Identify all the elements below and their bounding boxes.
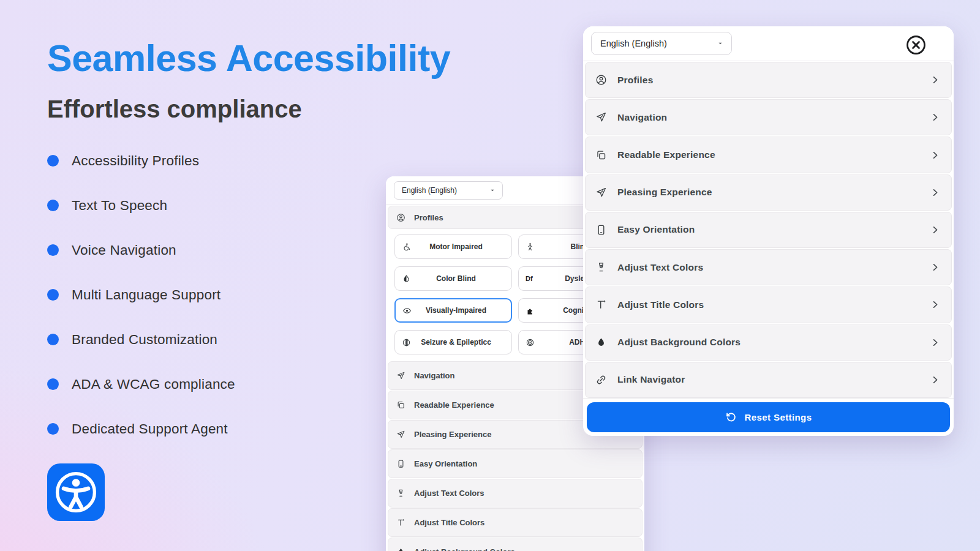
link-icon [595, 374, 607, 386]
menu-item-label: Navigation [617, 112, 667, 123]
menu-item-adjust-title-colors[interactable]: Adjust Title Colors [585, 287, 952, 323]
bullet-icon [47, 378, 59, 390]
profile-seizure-epileptic[interactable]: Seizure & Epilepticc [394, 330, 512, 354]
feature-list: Accessibility Profiles Text To Speech Vo… [47, 153, 235, 466]
chevron-right-icon [930, 150, 940, 160]
menu-item-label: Pleasing Experience [414, 430, 491, 439]
chevron-right-icon [930, 375, 940, 385]
chevron-right-icon [930, 262, 940, 272]
feature-item: Multi Language Support [47, 287, 235, 302]
chevron-right-icon [930, 299, 940, 310]
language-select[interactable]: English (English) [591, 32, 732, 55]
chevron-right-icon [930, 187, 940, 198]
menu-item-label: Adjust Text Colors [414, 489, 484, 498]
menu-item-label: Navigation [414, 371, 454, 380]
language-select-value: English (English) [600, 39, 667, 48]
menu-item-adjust-background-colors[interactable]: Adjust Background Colors [388, 538, 643, 551]
menu-item-adjust-text-colors[interactable]: Adjust Text Colors [585, 249, 952, 285]
menu-item-profiles[interactable]: Profiles [585, 62, 952, 98]
language-select-value: English (English) [402, 186, 457, 195]
menu-item-adjust-text-colors[interactable]: Adjust Text Colors [388, 479, 643, 508]
feature-item: Branded Customization [47, 332, 235, 347]
reset-settings-label: Reset Settings [745, 412, 812, 422]
menu-item-navigation[interactable]: Navigation [585, 99, 952, 135]
feature-item: Accessibility Profiles [47, 153, 235, 168]
language-select[interactable]: English (English) [394, 181, 503, 200]
feature-label: Multi Language Support [72, 287, 221, 303]
accessibility-widget-panel-front: English (English) Profiles Navigation Re… [583, 26, 954, 436]
caret-down-icon [717, 40, 724, 47]
menu-item-label: Adjust Text Colors [617, 262, 703, 273]
cane-person-icon [526, 242, 535, 252]
menu-item-readable-experience[interactable]: Readable Experience [585, 137, 952, 173]
phone-icon [396, 459, 405, 468]
menu-item-adjust-title-colors[interactable]: Adjust Title Colors [388, 508, 643, 537]
bullet-icon [47, 289, 59, 301]
title-t-icon [396, 518, 405, 527]
menu-item-label: Profiles [414, 213, 443, 222]
menu-item-label: Pleasing Experience [617, 187, 712, 198]
profile-color-blind[interactable]: Color Blind [394, 266, 512, 291]
feature-label: Accessibility Profiles [72, 153, 199, 169]
puzzle-icon [526, 306, 535, 315]
reset-settings-button[interactable]: Reset Settings [587, 402, 950, 432]
feature-label: ADA & WCAG compliance [72, 377, 235, 392]
menu-item-label: Readable Experience [617, 149, 715, 160]
feature-item: ADA & WCAG compliance [47, 377, 235, 392]
menu-item-pleasing-experience[interactable]: Pleasing Experience [585, 174, 952, 211]
profile-label: Seizure & Epilepticc [411, 338, 505, 347]
chevron-right-icon [930, 337, 940, 348]
feature-label: Voice Navigation [72, 242, 176, 258]
feature-item: Text To Speech [47, 198, 235, 213]
menu-item-label: Profiles [617, 75, 653, 86]
feature-label: Dedicated Support Agent [72, 421, 228, 437]
chevron-right-icon [930, 225, 940, 235]
copy-icon [396, 400, 405, 410]
widget-front-topbar: English (English) [583, 26, 954, 61]
page-subtitle: Effortless compliance [47, 96, 302, 123]
droplet-icon [595, 337, 607, 348]
profile-label: Color Blind [411, 274, 505, 283]
menu-item-label: Adjust Title Colors [414, 518, 484, 527]
divider [583, 399, 954, 399]
page-title: Seamless Accessibility [47, 37, 450, 80]
feature-item: Dedicated Support Agent [47, 421, 235, 437]
menu-item-link-navigator[interactable]: Link Navigator [585, 362, 952, 398]
send-arrow-icon [396, 430, 405, 439]
person-circle-icon [396, 213, 405, 222]
menu-item-label: Adjust Background Colors [617, 337, 741, 348]
wheelchair-icon [402, 242, 411, 252]
bullet-icon [47, 200, 59, 211]
chevron-right-icon [930, 75, 940, 85]
droplet-icon [396, 547, 405, 551]
menu-item-label: Readable Experience [414, 400, 494, 410]
menu-item-adjust-background-colors[interactable]: Adjust Background Colors [585, 324, 952, 361]
widget-menu: Profiles Navigation Readable Experience … [583, 61, 954, 399]
close-button[interactable] [905, 34, 927, 56]
profile-label: Motor Impaired [411, 242, 505, 251]
copy-icon [595, 149, 607, 161]
chevron-right-icon [930, 112, 940, 122]
feature-label: Branded Customization [72, 332, 217, 348]
phone-icon [595, 224, 607, 236]
profile-motor-impaired[interactable]: Motor Impaired [394, 234, 512, 259]
brain-icon [402, 338, 411, 347]
target-icon [526, 338, 535, 347]
menu-item-label: Adjust Title Colors [617, 299, 704, 310]
profile-visually-impaired[interactable]: Visually-Impaired [394, 298, 512, 323]
bullet-icon [47, 244, 59, 256]
menu-item-label: Easy Orientation [617, 224, 695, 235]
menu-item-label: Link Navigator [617, 374, 685, 385]
menu-item-easy-orientation[interactable]: Easy Orientation [388, 449, 643, 478]
menu-item-label: Adjust Background Colors [414, 547, 515, 551]
dyslexia-icon: Df [526, 275, 535, 282]
accessibility-logo [47, 463, 105, 521]
menu-item-label: Easy Orientation [414, 459, 477, 468]
menu-item-easy-orientation[interactable]: Easy Orientation [585, 212, 952, 248]
feature-label: Text To Speech [72, 198, 167, 214]
close-circle-icon [905, 34, 927, 56]
send-arrow-icon [595, 187, 607, 198]
pen-nib-icon [595, 261, 607, 273]
bullet-icon [47, 155, 59, 167]
droplet-half-icon [402, 274, 411, 283]
